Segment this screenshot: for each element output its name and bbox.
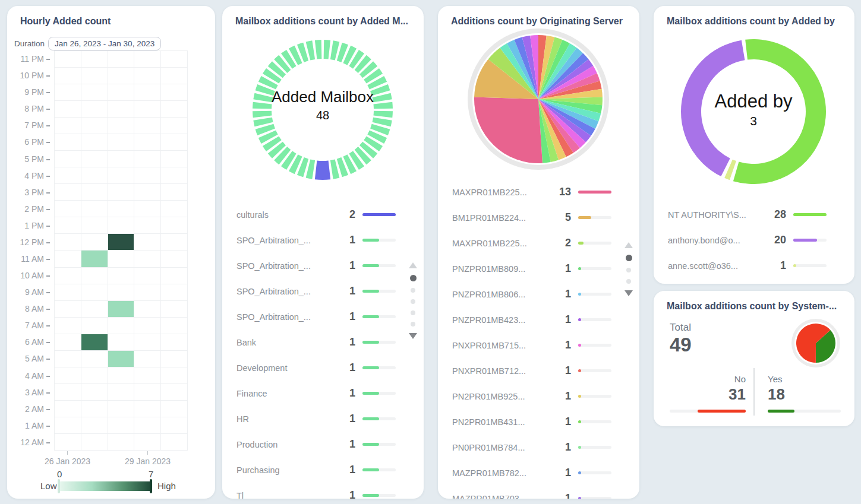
y-axis-label: 5 AM (7, 350, 51, 367)
heatmap-cell (55, 151, 81, 167)
item-bar-fill (578, 191, 611, 194)
page-dot[interactable] (626, 268, 631, 272)
list-item[interactable]: anthony.bond@o...20 (654, 227, 854, 253)
page-dot[interactable] (411, 322, 415, 327)
scroll-down-icon[interactable] (625, 290, 633, 296)
list-item[interactable]: MAZPR01MB782...1 (438, 460, 639, 486)
item-value: 1 (334, 387, 355, 400)
heatmap-cell (81, 68, 108, 84)
list-item[interactable]: MAXPR01MB225...13 (438, 179, 639, 205)
heatmap-cell (161, 284, 188, 301)
item-bar-fill (362, 341, 379, 344)
item-label: PNXPR01MB715... (452, 341, 550, 350)
scroll-down-icon[interactable] (409, 333, 417, 339)
item-value: 1 (550, 288, 571, 300)
list-item[interactable]: Bank1 (222, 329, 424, 355)
heatmap-cell (81, 318, 108, 334)
scale-handle-high[interactable] (150, 479, 152, 493)
system-pie-chart (791, 318, 841, 368)
item-label: SPO_Arbitration_... (236, 236, 334, 245)
item-label: culturals (236, 210, 334, 220)
added-mailbox-legend-list: culturals2SPO_Arbitration_...1SPO_Arbitr… (222, 202, 424, 499)
list-item[interactable]: SPO_Arbitration_...1 (222, 304, 424, 329)
system-card: Mailbox additions count by System-... To… (654, 291, 854, 426)
item-bar-track (578, 369, 611, 372)
item-label: SPO_Arbitration_... (236, 312, 334, 322)
list-item[interactable]: anne.scott@o36...1 (654, 253, 854, 278)
item-bar-fill (578, 216, 591, 219)
heatmap-cell (161, 301, 188, 318)
heatmap-cell (108, 184, 135, 201)
item-label: PNZPR01MB423... (452, 315, 550, 325)
total-label: Total (670, 322, 691, 334)
y-axis-label: 12 PM (7, 234, 51, 251)
heatmap-cell (161, 68, 188, 84)
heatmap-cell (81, 268, 108, 284)
list-item[interactable]: PN0PR01MB784...1 (438, 435, 639, 460)
duration-label: Duration (14, 39, 45, 48)
list-item[interactable]: Tl1 (222, 483, 424, 499)
chart-slice[interactable] (373, 102, 393, 109)
heatmap-cell (108, 118, 135, 134)
list-item[interactable]: SPO_Arbitration_...1 (222, 227, 424, 253)
chart-slice[interactable] (324, 40, 331, 59)
chart-slice[interactable] (733, 39, 826, 184)
list-item[interactable]: Development1 (222, 355, 424, 381)
chart-slice[interactable] (315, 160, 330, 180)
item-bar-fill (362, 264, 379, 267)
page-dot[interactable] (626, 279, 631, 284)
y-axis-label: 5 PM (7, 150, 51, 167)
heatmap-cell (81, 284, 108, 301)
item-value: 1 (334, 362, 355, 374)
chart-slice[interactable] (373, 111, 393, 118)
chart-slice[interactable] (253, 102, 272, 109)
heatmap-cell (134, 101, 161, 118)
page-dot[interactable] (411, 288, 415, 293)
heatmap-color-scale[interactable] (59, 481, 152, 491)
list-item[interactable]: PNXPR01MB715...1 (438, 332, 639, 358)
chart-slice[interactable] (474, 97, 543, 163)
list-item[interactable]: NT AUTHORITY\S...28 (654, 202, 854, 227)
y-axis-label: 7 AM (7, 317, 51, 334)
page-dot[interactable] (411, 310, 415, 315)
list-item[interactable]: Production1 (222, 432, 424, 457)
duration-range-picker[interactable]: Jan 26, 2023 - Jan 30, 2023 (48, 37, 161, 50)
heatmap-cell (134, 167, 161, 184)
chart-slice[interactable] (253, 111, 272, 118)
card-title: Additions count by Originating Server (438, 6, 639, 27)
list-item[interactable]: Purchasing1 (222, 457, 424, 483)
item-bar-fill (362, 290, 379, 293)
scroll-up-icon[interactable] (409, 262, 417, 268)
list-item[interactable]: PN2PR01MB431...1 (438, 409, 639, 435)
list-item[interactable]: SPO_Arbitration_...1 (222, 278, 424, 304)
scale-handle-low[interactable] (58, 479, 60, 493)
page-dot[interactable] (626, 255, 632, 261)
hourly-added-count-card: Hourly Added count Duration Jan 26, 2023… (7, 6, 215, 499)
originating-server-pie-chart (464, 25, 613, 173)
item-bar-fill (362, 392, 379, 395)
heatmap-cell (108, 151, 135, 167)
item-label: PN0PR01MB784... (452, 443, 550, 452)
item-value: 1 (334, 438, 355, 451)
item-label: NT AUTHORITY\S... (668, 210, 765, 220)
list-item[interactable]: PNZPR01MB423...1 (438, 307, 639, 332)
item-bar-track (362, 213, 396, 216)
list-item[interactable]: PNXPR01MB712...1 (438, 358, 639, 383)
heatmap-cell (134, 201, 161, 217)
chart-slice[interactable] (681, 40, 745, 176)
list-item[interactable]: PN2PR01MB925...1 (438, 383, 639, 409)
page-dot[interactable] (411, 299, 415, 304)
list-item[interactable]: BM1PR01MB224...5 (438, 205, 639, 230)
scroll-up-icon[interactable] (625, 242, 633, 248)
list-item[interactable]: PNZPR01MB806...1 (438, 281, 639, 307)
page-dot[interactable] (410, 275, 417, 281)
list-item[interactable]: MAXPR01MB225...2 (438, 230, 639, 256)
list-item[interactable]: SPO_Arbitration_...1 (222, 253, 424, 278)
list-item[interactable]: PNZPR01MB809...1 (438, 256, 639, 281)
chart-slice[interactable] (315, 40, 322, 59)
list-item[interactable]: MAZPR01MB703...1 (438, 486, 639, 499)
list-item[interactable]: culturals2 (222, 202, 424, 227)
list-item[interactable]: HR1 (222, 406, 424, 432)
heatmap-cell (134, 217, 161, 234)
list-item[interactable]: Finance1 (222, 381, 424, 406)
